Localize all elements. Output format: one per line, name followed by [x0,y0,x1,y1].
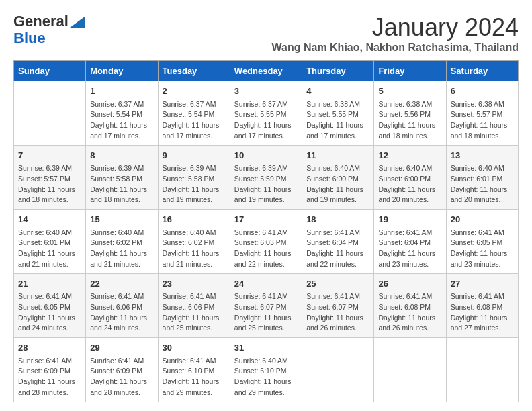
calendar-cell: 8Sunrise: 6:39 AMSunset: 5:58 PMDaylight… [86,145,158,210]
day-info: Sunrise: 6:41 AMSunset: 6:08 PMDaylight:… [451,291,514,334]
day-number: 14 [18,213,81,226]
logo: General Blue [13,13,85,47]
calendar-cell: 24Sunrise: 6:41 AMSunset: 6:07 PMDayligh… [230,273,302,338]
calendar-cell: 30Sunrise: 6:41 AMSunset: 6:10 PMDayligh… [158,338,230,402]
calendar-week-row: 21Sunrise: 6:41 AMSunset: 6:05 PMDayligh… [14,273,519,338]
calendar-body: 1Sunrise: 6:37 AMSunset: 5:54 PMDaylight… [14,81,519,402]
day-info: Sunrise: 6:39 AMSunset: 5:57 PMDaylight:… [18,163,81,205]
calendar-cell: 3Sunrise: 6:37 AMSunset: 5:55 PMDaylight… [230,81,302,146]
calendar-cell: 4Sunrise: 6:38 AMSunset: 5:55 PMDaylight… [302,81,374,146]
day-number: 18 [306,213,369,226]
calendar-cell [374,338,446,402]
day-info: Sunrise: 6:39 AMSunset: 5:58 PMDaylight:… [163,163,226,205]
day-number: 30 [163,341,226,355]
day-number: 10 [234,149,298,163]
calendar-cell: 26Sunrise: 6:41 AMSunset: 6:08 PMDayligh… [374,273,446,338]
calendar-cell: 20Sunrise: 6:41 AMSunset: 6:05 PMDayligh… [446,210,518,274]
calendar-header-row: SundayMondayTuesdayWednesdayThursdayFrid… [14,61,519,81]
calendar-cell: 10Sunrise: 6:39 AMSunset: 5:59 PMDayligh… [230,145,302,210]
day-info: Sunrise: 6:40 AMSunset: 6:00 PMDaylight:… [378,163,441,205]
day-number: 27 [451,277,514,291]
day-number: 23 [163,277,226,291]
day-info: Sunrise: 6:38 AMSunset: 5:56 PMDaylight:… [378,99,441,142]
day-number: 22 [90,277,153,291]
main-title: January 2024 [272,13,519,42]
day-info: Sunrise: 6:38 AMSunset: 5:55 PMDaylight:… [306,99,369,142]
day-info: Sunrise: 6:41 AMSunset: 6:04 PMDaylight:… [378,228,441,270]
calendar-day-header: Wednesday [230,61,302,81]
day-info: Sunrise: 6:40 AMSunset: 6:00 PMDaylight:… [306,163,369,205]
day-info: Sunrise: 6:37 AMSunset: 5:55 PMDaylight:… [234,99,298,142]
day-info: Sunrise: 6:41 AMSunset: 6:05 PMDaylight:… [451,228,514,270]
calendar-day-header: Tuesday [158,61,230,81]
calendar-cell: 22Sunrise: 6:41 AMSunset: 6:06 PMDayligh… [86,273,158,338]
calendar-cell: 31Sunrise: 6:40 AMSunset: 6:10 PMDayligh… [230,338,302,402]
day-info: Sunrise: 6:41 AMSunset: 6:07 PMDaylight:… [234,291,298,334]
day-number: 16 [163,213,226,226]
calendar-cell: 16Sunrise: 6:40 AMSunset: 6:02 PMDayligh… [158,210,230,274]
day-info: Sunrise: 6:41 AMSunset: 6:08 PMDaylight:… [378,291,441,334]
calendar-cell: 28Sunrise: 6:41 AMSunset: 6:09 PMDayligh… [14,338,86,402]
page-header: General Blue January 2024 Wang Nam Khiao… [13,13,519,54]
calendar-cell: 18Sunrise: 6:41 AMSunset: 6:04 PMDayligh… [302,210,374,274]
day-info: Sunrise: 6:39 AMSunset: 5:58 PMDaylight:… [90,163,153,205]
calendar-cell: 12Sunrise: 6:40 AMSunset: 6:00 PMDayligh… [374,145,446,210]
day-info: Sunrise: 6:41 AMSunset: 6:10 PMDaylight:… [163,356,226,398]
calendar-cell: 7Sunrise: 6:39 AMSunset: 5:57 PMDaylight… [14,145,86,210]
calendar-cell: 9Sunrise: 6:39 AMSunset: 5:58 PMDaylight… [158,145,230,210]
calendar-cell: 21Sunrise: 6:41 AMSunset: 6:05 PMDayligh… [14,273,86,338]
day-info: Sunrise: 6:41 AMSunset: 6:05 PMDaylight:… [18,291,81,334]
subtitle: Wang Nam Khiao, Nakhon Ratchasima, Thail… [272,42,519,54]
calendar-week-row: 1Sunrise: 6:37 AMSunset: 5:54 PMDaylight… [14,81,519,146]
day-number: 17 [234,213,298,226]
calendar-cell: 19Sunrise: 6:41 AMSunset: 6:04 PMDayligh… [374,210,446,274]
day-number: 6 [451,85,514,98]
day-info: Sunrise: 6:41 AMSunset: 6:09 PMDaylight:… [90,356,153,398]
calendar-cell: 2Sunrise: 6:37 AMSunset: 5:54 PMDaylight… [158,81,230,146]
day-info: Sunrise: 6:39 AMSunset: 5:59 PMDaylight:… [234,163,298,205]
day-info: Sunrise: 6:41 AMSunset: 6:06 PMDaylight:… [90,291,153,334]
calendar-cell: 14Sunrise: 6:40 AMSunset: 6:01 PMDayligh… [14,210,86,274]
calendar-cell: 13Sunrise: 6:40 AMSunset: 6:01 PMDayligh… [446,145,518,210]
day-info: Sunrise: 6:41 AMSunset: 6:07 PMDaylight:… [306,291,369,334]
calendar-day-header: Friday [374,61,446,81]
day-number: 19 [378,213,441,226]
day-info: Sunrise: 6:41 AMSunset: 6:03 PMDaylight:… [234,228,298,270]
calendar-cell: 6Sunrise: 6:38 AMSunset: 5:57 PMDaylight… [446,81,518,146]
day-info: Sunrise: 6:37 AMSunset: 5:54 PMDaylight:… [163,99,226,142]
day-number: 15 [90,213,153,226]
calendar-week-row: 28Sunrise: 6:41 AMSunset: 6:09 PMDayligh… [14,338,519,402]
calendar-cell [14,81,86,146]
day-info: Sunrise: 6:40 AMSunset: 6:02 PMDaylight:… [90,228,153,270]
title-block: January 2024 Wang Nam Khiao, Nakhon Ratc… [272,13,519,54]
logo-text: General [13,13,85,30]
day-info: Sunrise: 6:38 AMSunset: 5:57 PMDaylight:… [451,99,514,142]
calendar-cell [446,338,518,402]
day-info: Sunrise: 6:40 AMSunset: 6:02 PMDaylight:… [163,228,226,270]
day-number: 9 [163,149,226,163]
calendar-cell: 17Sunrise: 6:41 AMSunset: 6:03 PMDayligh… [230,210,302,274]
calendar-cell: 29Sunrise: 6:41 AMSunset: 6:09 PMDayligh… [86,338,158,402]
day-number: 2 [163,85,226,98]
calendar-week-row: 14Sunrise: 6:40 AMSunset: 6:01 PMDayligh… [14,210,519,274]
day-info: Sunrise: 6:40 AMSunset: 6:01 PMDaylight:… [18,228,81,270]
logo-icon [70,17,85,28]
day-info: Sunrise: 6:41 AMSunset: 6:09 PMDaylight:… [18,356,81,398]
calendar-cell: 27Sunrise: 6:41 AMSunset: 6:08 PMDayligh… [446,273,518,338]
calendar-table: SundayMondayTuesdayWednesdayThursdayFrid… [13,60,519,402]
day-number: 12 [378,149,441,163]
day-number: 20 [451,213,514,226]
calendar-day-header: Thursday [302,61,374,81]
calendar-week-row: 7Sunrise: 6:39 AMSunset: 5:57 PMDaylight… [14,145,519,210]
day-number: 29 [90,341,153,355]
day-info: Sunrise: 6:41 AMSunset: 6:06 PMDaylight:… [163,291,226,334]
calendar-cell: 23Sunrise: 6:41 AMSunset: 6:06 PMDayligh… [158,273,230,338]
calendar-cell: 5Sunrise: 6:38 AMSunset: 5:56 PMDaylight… [374,81,446,146]
day-info: Sunrise: 6:40 AMSunset: 6:01 PMDaylight:… [451,163,514,205]
day-number: 21 [18,277,81,291]
day-number: 24 [234,277,298,291]
day-number: 8 [90,149,153,163]
calendar-cell: 15Sunrise: 6:40 AMSunset: 6:02 PMDayligh… [86,210,158,274]
day-number: 3 [234,85,298,98]
day-number: 5 [378,85,441,98]
